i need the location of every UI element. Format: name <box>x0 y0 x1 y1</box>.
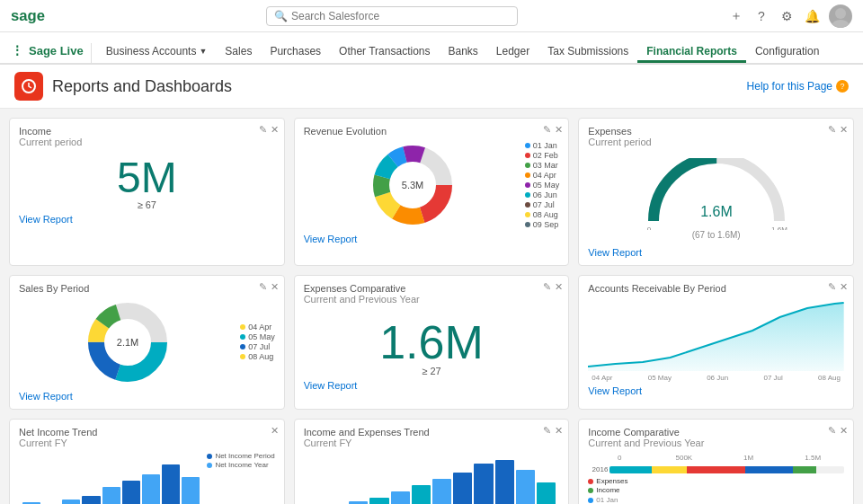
edit-icon[interactable]: ✎ <box>543 281 551 293</box>
exp-comp-subtitle: Current and Previous Year <box>304 294 560 305</box>
exp-comp-view-report[interactable]: View Report <box>304 380 560 391</box>
navbar: ⋮ Sage Live Business Accounts ▼ Sales Pu… <box>0 32 863 65</box>
iet-subtitle: Current FY <box>304 438 560 448</box>
revenue-view-report[interactable]: View Report <box>304 234 560 244</box>
notifications-icon[interactable]: 🔔 <box>804 8 820 24</box>
close-icon[interactable]: ✕ <box>555 281 563 293</box>
ar-view-report[interactable]: View Report <box>588 385 844 396</box>
income-subtitle: Current period <box>19 137 275 147</box>
nit-subtitle: Current FY <box>19 438 275 448</box>
edit-icon[interactable]: ✎ <box>828 124 836 136</box>
close-icon[interactable]: ✕ <box>555 124 563 136</box>
ar-card-actions[interactable]: ✎ ✕ <box>828 281 848 293</box>
dashboard: Income Current period ✎ ✕ 5M ≥ 67 View R… <box>0 109 863 504</box>
nav-item-sales[interactable]: Sales <box>216 45 261 63</box>
close-icon[interactable]: ✕ <box>271 281 279 293</box>
sales-card-actions[interactable]: ✎ ✕ <box>259 281 279 293</box>
topbar-actions: ＋ ? ⚙ 🔔 <box>728 4 852 28</box>
nav-item-tax-submissions[interactable]: Tax Submissions <box>538 45 637 63</box>
svg-text:1.6M: 1.6M <box>700 204 733 219</box>
close-icon[interactable]: ✕ <box>271 425 279 437</box>
income-title: Income <box>19 126 275 137</box>
income-subvalue: ≥ 67 <box>19 199 275 210</box>
nav-items: Business Accounts ▼ Sales Purchases Othe… <box>97 32 829 63</box>
revenue-title: Revenue Evolution <box>304 126 560 137</box>
exp-comp-card-actions[interactable]: ✎ ✕ <box>543 281 563 293</box>
nav-item-other-transactions[interactable]: Other Transactions <box>330 45 439 63</box>
sales-donut-chart: 2.1M <box>83 297 173 387</box>
grid-icon: ⋮ <box>11 43 23 57</box>
logo-area: sage <box>11 6 56 26</box>
edit-icon[interactable]: ✎ <box>259 281 267 293</box>
avatar[interactable] <box>829 4 852 28</box>
ic-card-actions[interactable]: ✎ ✕ <box>828 425 848 437</box>
ar-x-axis: 04 Apr05 May06 Jun07 Jul08 Aug <box>588 374 844 382</box>
edit-icon[interactable]: ✎ <box>543 425 551 437</box>
sales-title: Sales By Period <box>19 283 275 294</box>
expenses-view-report[interactable]: View Report <box>588 247 844 258</box>
svg-text:sage: sage <box>11 7 45 24</box>
search-input[interactable] <box>291 10 510 22</box>
accounts-receivable-card: Accounts Receivable By Period ✎ ✕ 04 Apr… <box>578 275 854 410</box>
nit-legend: Net Income Period Net Income Year <box>207 452 274 504</box>
nit-card-actions[interactable]: ✕ <box>271 425 279 437</box>
edit-icon[interactable]: ✎ <box>828 281 836 293</box>
nit-title: Net Income Trend <box>19 427 275 438</box>
expenses-card-actions[interactable]: ✎ ✕ <box>828 124 848 136</box>
edit-icon[interactable]: ✎ <box>543 124 551 136</box>
ic-title: Income Comparative <box>588 427 844 438</box>
svg-text:5.3M: 5.3M <box>402 180 423 190</box>
sales-view-report[interactable]: View Report <box>19 391 275 402</box>
help-icon[interactable]: ? <box>753 8 770 24</box>
ic-x-labels: 0 500K 1M 1.5M <box>588 454 844 462</box>
expenses-title: Expenses <box>588 126 844 137</box>
expenses-gauge: 1.6M 0 1.6M <box>636 158 797 230</box>
close-icon[interactable]: ✕ <box>555 425 563 437</box>
help-link[interactable]: Help for this Page ? <box>747 80 849 93</box>
svg-text:2.1M: 2.1M <box>117 337 138 348</box>
ic-period-legend: 01 Jan 02 Feb 03 Mar 04 Apr 06 Jun 07 Ju… <box>588 496 844 504</box>
svg-point-1 <box>835 8 846 19</box>
nit-bar-chart <box>19 452 203 504</box>
nav-item-ledger[interactable]: Ledger <box>487 45 538 63</box>
settings-icon[interactable]: ⚙ <box>778 8 795 24</box>
income-expenses-trend-card: Income and Expenses Trend Current FY ✎ ✕ <box>294 419 570 504</box>
iet-bar-chart <box>304 454 560 504</box>
close-icon[interactable]: ✕ <box>840 124 848 136</box>
ic-h-bars: 2016 <box>588 465 844 473</box>
iet-card-actions[interactable]: ✎ ✕ <box>543 425 563 437</box>
chevron-down-icon: ▼ <box>199 47 207 56</box>
edit-icon[interactable]: ✎ <box>259 124 267 136</box>
expenses-subvalue: (67 to 1.6M) <box>692 230 741 240</box>
add-icon[interactable]: ＋ <box>728 8 744 24</box>
sage-logo: sage <box>11 6 56 26</box>
page-header-left: Reports and Dashboards <box>14 72 232 101</box>
income-card-actions[interactable]: ✎ ✕ <box>259 124 279 136</box>
app-name-label: Sage Live <box>29 44 84 57</box>
search-box[interactable]: 🔍 <box>266 6 518 26</box>
expenses-subtitle: Current period <box>588 137 844 147</box>
income-card: Income Current period ✎ ✕ 5M ≥ 67 View R… <box>9 118 285 266</box>
close-icon[interactable]: ✕ <box>840 281 848 293</box>
edit-icon[interactable]: ✎ <box>828 425 836 437</box>
income-value: 5M <box>19 156 275 199</box>
ic-legend: Expenses Income <box>588 477 844 494</box>
nav-item-business-accounts[interactable]: Business Accounts ▼ <box>97 45 217 63</box>
ic-chart: 0 500K 1M 1.5M 2016 Expen <box>588 454 844 504</box>
nav-item-configuration[interactable]: Configuration <box>746 45 828 63</box>
page-icon <box>14 72 43 101</box>
income-view-report[interactable]: View Report <box>19 214 275 225</box>
page-title: Reports and Dashboards <box>52 77 232 96</box>
ic-subtitle: Current and Previous Year <box>588 438 844 448</box>
iet-title: Income and Expenses Trend <box>304 427 560 438</box>
close-icon[interactable]: ✕ <box>271 124 279 136</box>
nav-item-financial-reports[interactable]: Financial Reports <box>637 45 746 63</box>
help-badge: ? <box>836 80 849 93</box>
revenue-evolution-card: Revenue Evolution ✎ ✕ 5.3M <box>294 118 570 266</box>
nav-item-purchases[interactable]: Purchases <box>261 45 330 63</box>
app-name[interactable]: ⋮ Sage Live <box>11 43 92 63</box>
nav-item-banks[interactable]: Banks <box>439 45 486 63</box>
expenses-comparative-card: Expenses Comparative Current and Previou… <box>294 275 570 410</box>
revenue-card-actions[interactable]: ✎ ✕ <box>543 124 563 136</box>
close-icon[interactable]: ✕ <box>840 425 848 437</box>
